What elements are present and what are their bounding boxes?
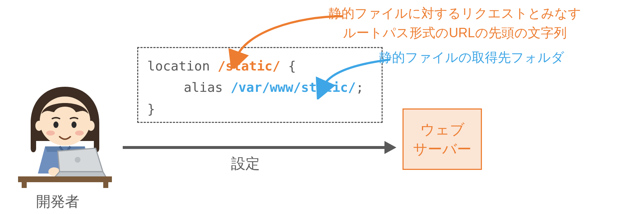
code-location-path: /static/ bbox=[218, 59, 280, 73]
svg-rect-12 bbox=[103, 182, 108, 188]
svg-rect-11 bbox=[22, 182, 27, 188]
svg-rect-10 bbox=[18, 176, 112, 182]
code-close-brace: } bbox=[147, 102, 155, 116]
web-server-line1: ウェブ bbox=[420, 120, 465, 139]
code-keyword-alias: alias bbox=[184, 80, 223, 95]
code-keyword-location: location bbox=[147, 59, 210, 73]
developer-illustration bbox=[11, 80, 119, 188]
web-server-box: ウェブ サーバー bbox=[402, 108, 482, 170]
flow-label: 設定 bbox=[231, 154, 260, 174]
svg-point-4 bbox=[75, 130, 84, 136]
annotation-location-path-line1: 静的ファイルに対するリクエストとみなす bbox=[310, 4, 599, 23]
svg-point-5 bbox=[35, 121, 43, 131]
annotation-location-path-line2: ルートパス形式のURLの先頭の文字列 bbox=[310, 23, 599, 43]
developer-label: 開発者 bbox=[36, 192, 79, 211]
annotation-alias-path: 静的ファイルの取得先フォルダ bbox=[379, 49, 610, 67]
code-alias-path: /var/www/static/ bbox=[231, 80, 356, 95]
code-open-brace: { bbox=[288, 59, 296, 73]
svg-point-1 bbox=[53, 121, 58, 128]
code-semicolon: ; bbox=[356, 80, 364, 95]
nginx-config-code: location /static/ { alias /var/www/stati… bbox=[137, 47, 383, 123]
flow-arrow-icon bbox=[123, 137, 397, 158]
svg-point-2 bbox=[71, 121, 77, 128]
svg-point-9 bbox=[75, 157, 80, 163]
web-server-line2: サーバー bbox=[413, 139, 471, 159]
svg-point-6 bbox=[87, 121, 95, 131]
svg-point-3 bbox=[46, 130, 55, 136]
annotation-location-path: 静的ファイルに対するリクエストとみなす ルートパス形式のURLの先頭の文字列 bbox=[310, 4, 599, 43]
